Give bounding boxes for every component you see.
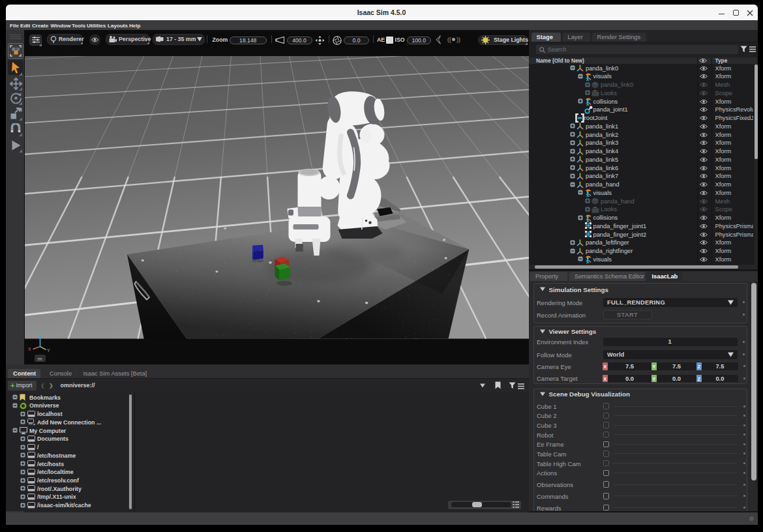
svg-text:Y: Y bbox=[47, 348, 50, 353]
svg-text:Z: Z bbox=[38, 333, 41, 338]
svg-text:X: X bbox=[28, 347, 31, 351]
